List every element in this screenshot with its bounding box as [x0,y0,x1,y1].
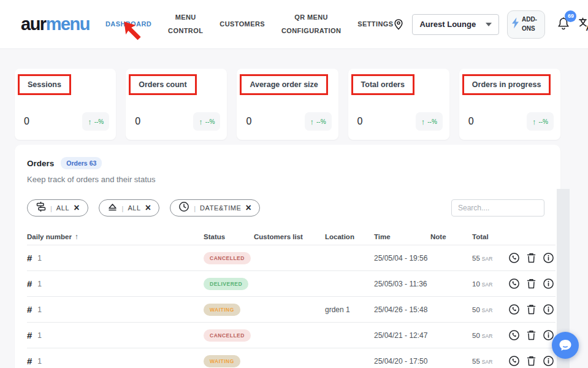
stats-cards-row: Sessions 0 --% Orders count 0 --% Averag… [15,69,560,140]
time-value: 25/05/04 - 19:56 [374,254,430,263]
whatsapp-button[interactable] [508,252,520,264]
nav-item-settings[interactable]: SETTINGS [357,18,393,31]
time-value: 25/05/03 - 11:36 [374,280,430,288]
table-row[interactable]: 1 CANCELLED 25/04/21 - 12:47 50SAR [27,322,556,348]
sort-ascending-icon[interactable] [75,232,78,241]
lightning-bolt-icon [511,17,519,31]
status-badge: DELIVERED [204,278,248,290]
filters-row: ALL ALL DATE&TIME [27,199,556,217]
search-input[interactable] [451,199,544,217]
store-selector[interactable]: Aurest Lounge [412,14,499,35]
location-value: grden 1 [325,305,374,314]
annotation-arrow [122,20,143,41]
stat-card-value: 0 [468,116,474,127]
header-customers-list: Customers list [254,233,325,240]
delete-button[interactable] [526,329,536,341]
table-row[interactable]: 1 DELIVERED 25/05/03 - 11:36 10SAR [27,270,556,296]
currency-label: SAR [482,333,492,339]
addons-button-label: ADD-ONS [522,15,541,33]
table-row[interactable]: 1 WAITING grden 1 25/04/26 - 15:48 50SAR [27,296,556,322]
hash-icon [27,278,32,289]
total-value: 10 [472,280,480,288]
info-button[interactable] [543,252,554,264]
close-icon[interactable] [74,204,79,212]
orders-title: Orders [27,159,54,168]
stat-card-value: 0 [24,116,29,127]
stat-card-title: Sessions [18,74,71,95]
chevron-down-icon [486,23,492,26]
stat-delta-value: --% [427,118,437,125]
table-row[interactable]: 1 WAITING 25/04/20 - 17:50 55SAR [27,348,556,368]
stat-delta-badge: --% [416,112,443,131]
whatsapp-button[interactable] [508,304,520,315]
chat-icon [558,339,573,352]
nav-item-customers[interactable]: CUSTOMERS [220,18,265,31]
filter-chip-label: ALL [56,204,69,212]
header-status: Status [204,233,254,240]
daily-number-value: 1 [37,357,42,366]
notification-count-badge: 69 [565,10,576,22]
hash-icon [27,356,32,366]
stat-card-total-orders: Total orders 0 --% [348,69,449,140]
up-arrow-icon [310,116,315,127]
filter-chip-type[interactable]: ALL [99,199,160,217]
app-viewport: aurmenu DASHBOARD MENU CONTROL CUSTOMERS… [0,0,588,368]
stat-card-value: 0 [357,116,363,127]
stat-delta-badge: --% [193,112,220,131]
stat-card-title: Orders in progress [462,74,551,95]
daily-number-value: 1 [37,254,42,263]
orders-subtitle: Keep track of orders and their status [27,175,556,184]
time-value: 25/04/21 - 12:47 [374,331,430,340]
stat-card-average-order-size: Average order size 0 --% [237,69,338,140]
stat-card-orders-in-progress: Orders in progress 0 --% [459,69,560,140]
chip-divider [50,202,52,213]
stat-delta-value: --% [205,118,215,125]
close-icon[interactable] [145,204,151,212]
stat-card-sessions: Sessions 0 --% [15,69,116,140]
whatsapp-button[interactable] [508,355,520,367]
daily-number-value: 1 [37,280,42,288]
filter-chip-datetime[interactable]: DATE&TIME [170,199,260,217]
notifications-button[interactable]: 69 [557,16,570,33]
top-navbar: aurmenu DASHBOARD MENU CONTROL CUSTOMERS… [0,0,588,49]
up-arrow-icon [532,116,536,127]
delete-button[interactable] [526,355,536,367]
delete-button[interactable] [526,252,536,264]
chip-divider [122,202,124,213]
stat-delta-badge: --% [527,112,554,131]
table-row[interactable]: 1 CANCELLED 25/05/04 - 19:56 55SAR [27,245,556,270]
whatsapp-button[interactable] [508,329,520,341]
up-arrow-icon [199,116,203,127]
logo-part-2: menu [46,14,90,34]
info-button[interactable] [543,304,554,315]
app-logo[interactable]: aurmenu [21,14,90,34]
delete-button[interactable] [526,304,536,315]
header-time: Time [374,233,430,240]
stat-card-orders-count: Orders count 0 --% [126,69,227,140]
time-value: 25/04/26 - 15:48 [374,305,430,314]
daily-number-value: 1 [37,331,42,340]
close-icon[interactable] [246,204,251,212]
delete-button[interactable] [526,278,536,289]
total-value: 55 [472,358,480,365]
stat-delta-badge: --% [82,112,109,131]
filter-chip-status[interactable]: ALL [27,199,88,217]
nav-item-menu-control[interactable]: MENU CONTROL [168,11,203,37]
daily-number-value: 1 [37,305,42,314]
stat-card-title: Average order size [240,74,327,95]
chat-widget-button[interactable] [552,332,579,359]
addons-button[interactable]: ADD-ONS [507,10,545,39]
status-badge: WAITING [204,304,240,316]
translate-icon[interactable]: A [578,17,588,32]
status-badge: CANCELLED [204,252,251,264]
info-button[interactable] [543,278,554,289]
whatsapp-button[interactable] [508,278,520,289]
hash-icon [27,304,32,315]
location-pin-icon [393,18,404,31]
dome-icon [107,202,118,215]
nav-item-qr-menu-configuration[interactable]: QR MENU CONFIGURATION [281,11,341,37]
up-arrow-icon [88,116,92,127]
header-note: Note [430,233,472,240]
header-daily-number[interactable]: Daily number [27,232,204,241]
info-button[interactable] [543,355,554,367]
